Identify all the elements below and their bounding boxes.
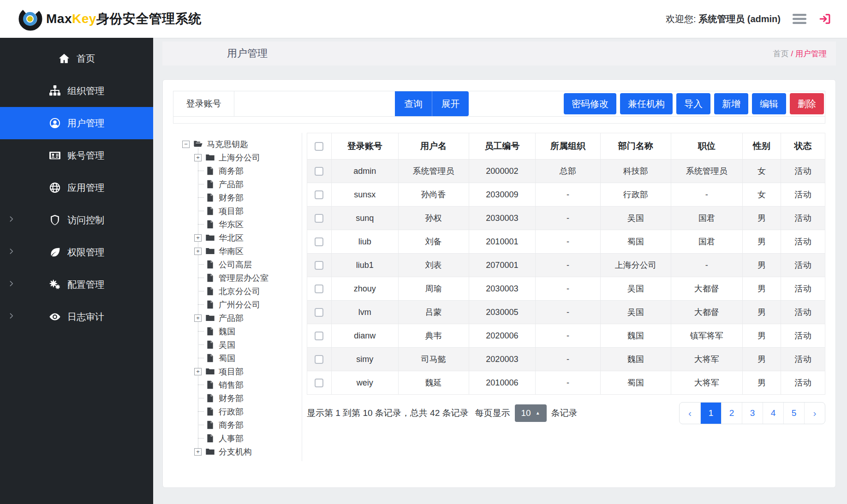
cell: simy: [331, 348, 398, 371]
sidebar-item-eye[interactable]: 日志审计: [0, 301, 153, 333]
tree-node-label: 蜀国: [219, 353, 235, 364]
expand-button[interactable]: 展开: [432, 91, 469, 116]
tree-node[interactable]: +上海分公司: [173, 151, 302, 164]
row-checkbox[interactable]: [315, 285, 323, 293]
query-button[interactable]: 查询: [395, 91, 432, 116]
tree-node-label: 财务部: [219, 192, 244, 203]
select-all-header: [307, 133, 332, 160]
tree-node[interactable]: 北京分公司: [173, 285, 302, 298]
page-button-5[interactable]: 5: [783, 403, 804, 424]
tree-node[interactable]: 管理层办公室: [173, 271, 302, 285]
cell: 吕蒙: [398, 301, 469, 324]
expand-toggle-icon[interactable]: +: [194, 248, 202, 255]
sidebar-item-cogs[interactable]: 配置管理: [0, 268, 153, 301]
page-button-2[interactable]: 2: [721, 403, 742, 424]
folder-open-icon: [193, 139, 203, 149]
tree-node[interactable]: +华南区: [173, 244, 302, 258]
select-all-checkbox[interactable]: [315, 142, 323, 151]
expand-toggle-icon[interactable]: +: [194, 368, 202, 375]
sidebar-item-leaf[interactable]: 权限管理: [0, 236, 153, 268]
breadcrumb: 首页 / 用户管理: [773, 48, 827, 59]
action-button-4[interactable]: 新增: [714, 93, 748, 114]
tree-node[interactable]: +产品部: [173, 311, 302, 325]
action-button-3[interactable]: 导入: [676, 93, 710, 114]
file-icon: [205, 166, 215, 176]
row-checkbox[interactable]: [315, 379, 323, 387]
tree-node[interactable]: +项目部: [173, 365, 302, 378]
page-button-1[interactable]: 1: [700, 403, 721, 424]
sidebar-item-home[interactable]: 首页: [0, 42, 153, 75]
action-button-2[interactable]: 兼任机构: [620, 93, 673, 114]
tree-node[interactable]: 广州分公司: [173, 298, 302, 311]
cell: 活动: [781, 348, 825, 371]
tree-node[interactable]: 商务部: [173, 418, 302, 432]
record-summary: 显示第 1 到第 10 条记录，总共 42 条记录: [307, 407, 469, 419]
login-account-input[interactable]: [234, 91, 395, 116]
cell: 活动: [781, 230, 825, 254]
tree-node[interactable]: +华北区: [173, 231, 302, 244]
row-checkbox[interactable]: [315, 332, 323, 340]
tree-branch-line: [198, 358, 204, 358]
tree-node[interactable]: +分支机构: [173, 445, 302, 458]
tree-node[interactable]: 产品部: [173, 178, 302, 191]
tree-node[interactable]: 公司高层: [173, 258, 302, 271]
sidebar-item-id-card[interactable]: 账号管理: [0, 139, 153, 172]
column-header: 所属组织: [536, 133, 601, 160]
page-button-3[interactable]: 3: [742, 403, 763, 424]
globe-icon: [49, 182, 61, 194]
action-button-5[interactable]: 编辑: [752, 93, 786, 114]
tree-branch-line: [198, 385, 204, 385]
cell: 2030003: [469, 277, 536, 301]
expand-toggle-icon[interactable]: +: [194, 314, 202, 322]
row-checkbox[interactable]: [315, 355, 323, 364]
sidebar-item-globe[interactable]: 应用管理: [0, 172, 153, 204]
tree-branch-line: [198, 171, 204, 171]
folder-icon: [205, 246, 215, 256]
tree-node[interactable]: 魏国: [173, 325, 302, 338]
cell: 吴国: [600, 277, 671, 301]
tree-node[interactable]: 吴国: [173, 338, 302, 351]
collapsed-search-panel: [173, 117, 825, 124]
row-checkbox[interactable]: [315, 237, 323, 246]
tree-node[interactable]: 人事部: [173, 432, 302, 445]
action-button-6[interactable]: 删除: [790, 93, 824, 114]
hamburger-menu-icon[interactable]: [793, 13, 806, 24]
tree-node[interactable]: 华东区: [173, 218, 302, 231]
tree-node-label: 项目部: [219, 206, 244, 217]
tree-node[interactable]: −马克思钥匙: [173, 137, 302, 151]
collapse-toggle-icon[interactable]: −: [182, 141, 190, 148]
next-page-button[interactable]: ›: [804, 403, 825, 424]
tree-node[interactable]: 销售部: [173, 378, 302, 391]
breadcrumb-home-link[interactable]: 首页: [773, 49, 789, 58]
cell: 刘表: [398, 254, 469, 277]
prev-page-button[interactable]: ‹: [680, 403, 700, 424]
expand-toggle-icon[interactable]: +: [194, 448, 202, 456]
tree-node[interactable]: 项目部: [173, 204, 302, 218]
tree-node[interactable]: 行政部: [173, 405, 302, 418]
logout-icon[interactable]: [818, 12, 831, 25]
cell: 男: [742, 207, 781, 230]
page-size-select[interactable]: 10 ▲: [515, 404, 547, 422]
row-checkbox[interactable]: [315, 167, 323, 176]
sidebar-item-sitemap[interactable]: 组织管理: [0, 75, 153, 107]
sidebar-item-user-circle[interactable]: 用户管理: [0, 107, 153, 139]
tree-node[interactable]: 商务部: [173, 164, 302, 178]
action-button-1[interactable]: 密码修改: [564, 93, 616, 114]
row-checkbox[interactable]: [315, 190, 323, 199]
expand-toggle-icon[interactable]: +: [194, 154, 202, 161]
page-button-4[interactable]: 4: [763, 403, 783, 424]
tree-node-label: 管理层办公室: [219, 273, 268, 284]
sidebar-item-shield[interactable]: 访问控制: [0, 204, 153, 236]
expand-toggle-icon[interactable]: +: [194, 234, 202, 242]
tree-node[interactable]: 蜀国: [173, 351, 302, 365]
row-checkbox[interactable]: [315, 308, 323, 317]
cell: 国君: [671, 207, 742, 230]
tree-node[interactable]: 财务部: [173, 191, 302, 204]
tree-branch-line: [198, 224, 204, 225]
table-row: sunsx孙尚香2030009-行政部-女活动: [307, 183, 825, 207]
file-icon: [205, 219, 215, 229]
tree-node[interactable]: 财务部: [173, 391, 302, 405]
row-checkbox[interactable]: [315, 214, 323, 223]
row-checkbox[interactable]: [315, 261, 323, 270]
row-select-cell: [307, 301, 332, 324]
